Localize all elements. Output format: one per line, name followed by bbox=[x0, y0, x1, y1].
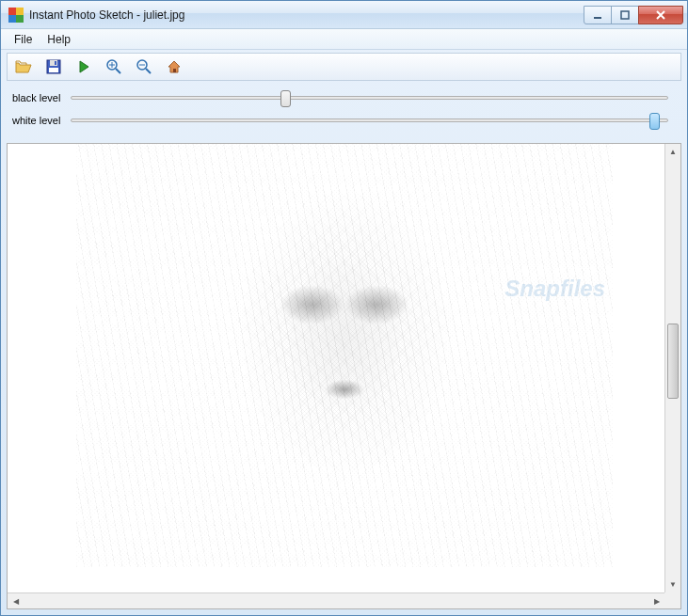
minimize-button[interactable] bbox=[584, 6, 612, 24]
save-icon bbox=[46, 59, 61, 74]
svg-rect-1 bbox=[621, 11, 629, 19]
svg-rect-0 bbox=[594, 17, 601, 19]
svg-rect-5 bbox=[49, 68, 58, 72]
maximize-icon bbox=[620, 10, 630, 20]
vertical-scrollbar[interactable]: ▲ ▼ bbox=[664, 144, 680, 592]
scroll-right-arrow[interactable]: ▶ bbox=[648, 593, 664, 608]
vertical-scroll-thumb[interactable] bbox=[667, 324, 679, 399]
open-button[interactable] bbox=[13, 56, 34, 77]
app-window: Instant Photo Sketch - juliet.jpg File H… bbox=[0, 0, 688, 616]
titlebar[interactable]: Instant Photo Sketch - juliet.jpg bbox=[1, 1, 687, 29]
white-level-label: white level bbox=[12, 115, 71, 126]
white-level-slider[interactable] bbox=[71, 118, 668, 122]
sliders-panel: black level white level bbox=[1, 83, 687, 137]
scroll-corner bbox=[664, 592, 680, 608]
menubar: File Help bbox=[1, 29, 687, 50]
scroll-up-arrow[interactable]: ▲ bbox=[665, 144, 680, 160]
window-title: Instant Photo Sketch - juliet.jpg bbox=[29, 8, 584, 22]
white-level-row: white level bbox=[12, 109, 676, 132]
white-level-thumb[interactable] bbox=[649, 113, 660, 130]
content-area: Snapfiles ▲ ▼ ◀ ▶ bbox=[7, 143, 681, 609]
open-icon bbox=[15, 59, 32, 74]
close-button[interactable] bbox=[638, 6, 683, 24]
svg-line-7 bbox=[116, 69, 120, 73]
svg-rect-13 bbox=[173, 69, 176, 72]
app-icon bbox=[8, 8, 24, 23]
menu-help[interactable]: Help bbox=[40, 31, 78, 48]
save-button[interactable] bbox=[43, 56, 64, 77]
black-level-thumb[interactable] bbox=[280, 90, 291, 107]
toolbar bbox=[7, 53, 681, 81]
home-icon bbox=[167, 59, 182, 74]
window-controls bbox=[584, 6, 683, 24]
zoom-in-icon bbox=[106, 59, 121, 74]
horizontal-scrollbar[interactable]: ◀ ▶ bbox=[8, 592, 664, 608]
black-level-label: black level bbox=[12, 92, 71, 103]
svg-line-11 bbox=[146, 69, 151, 73]
zoom-out-icon bbox=[136, 59, 152, 74]
scroll-left-arrow[interactable]: ◀ bbox=[8, 593, 24, 608]
canvas[interactable]: Snapfiles bbox=[8, 144, 680, 608]
home-button[interactable] bbox=[164, 56, 184, 77]
sketch-image bbox=[76, 144, 613, 567]
zoom-out-button[interactable] bbox=[134, 56, 154, 77]
zoom-in-button[interactable] bbox=[104, 56, 124, 77]
black-level-row: black level bbox=[12, 87, 676, 109]
minimize-icon bbox=[593, 10, 602, 20]
svg-rect-4 bbox=[55, 61, 56, 65]
close-icon bbox=[655, 10, 666, 20]
scroll-down-arrow[interactable]: ▼ bbox=[665, 577, 680, 592]
play-icon bbox=[77, 60, 90, 73]
menu-file[interactable]: File bbox=[7, 31, 40, 48]
black-level-slider[interactable] bbox=[71, 96, 668, 100]
maximize-button[interactable] bbox=[611, 6, 639, 24]
play-button[interactable] bbox=[73, 56, 94, 77]
